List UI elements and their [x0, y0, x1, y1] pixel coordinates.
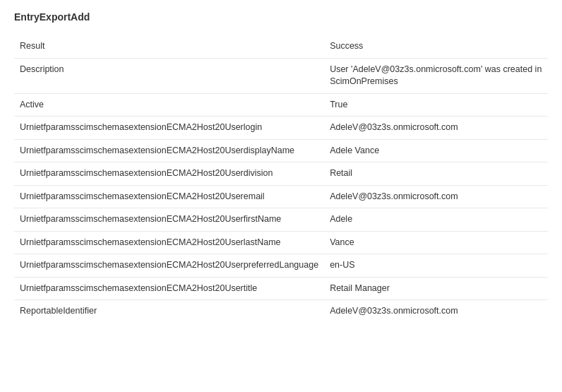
row-label: UrnietfparamsscimschemasextensionECMA2Ho… — [14, 277, 324, 300]
table-row: UrnietfparamsscimschemasextensionECMA2Ho… — [14, 185, 548, 208]
row-label: UrnietfparamsscimschemasextensionECMA2Ho… — [14, 231, 324, 254]
row-label: Description — [14, 58, 324, 93]
table-row: ResultSuccess — [14, 35, 548, 58]
row-value: en-US — [324, 254, 548, 278]
row-label: UrnietfparamsscimschemasextensionECMA2Ho… — [14, 208, 324, 232]
row-value: AdeleV@03z3s.onmicrosoft.com — [324, 117, 548, 140]
row-label: ReportableIdentifier — [14, 300, 324, 323]
table-row: UrnietfparamsscimschemasextensionECMA2Ho… — [14, 254, 548, 278]
row-label: Result — [14, 35, 324, 58]
row-value: AdeleV@03z3s.onmicrosoft.com — [324, 300, 548, 323]
row-label: UrnietfparamsscimschemasextensionECMA2Ho… — [14, 254, 324, 278]
entry-table: ResultSuccessDescriptionUser 'AdeleV@03z… — [14, 35, 548, 323]
table-row: DescriptionUser 'AdeleV@03z3s.onmicrosof… — [14, 58, 548, 93]
table-row: UrnietfparamsscimschemasextensionECMA2Ho… — [14, 139, 548, 162]
row-value: Retail — [324, 162, 548, 186]
table-row: ReportableIdentifierAdeleV@03z3s.onmicro… — [14, 300, 548, 323]
row-value: Vance — [324, 231, 548, 254]
row-label: UrnietfparamsscimschemasextensionECMA2Ho… — [14, 139, 324, 162]
page-title: EntryExportAdd — [14, 11, 548, 23]
table-row: UrnietfparamsscimschemasextensionECMA2Ho… — [14, 277, 548, 300]
row-value: True — [324, 93, 548, 117]
table-row: ActiveTrue — [14, 93, 548, 117]
row-value: Adele — [324, 208, 548, 232]
row-label: Active — [14, 93, 324, 117]
row-value: Success — [324, 35, 548, 58]
table-row: UrnietfparamsscimschemasextensionECMA2Ho… — [14, 208, 548, 232]
row-label: UrnietfparamsscimschemasextensionECMA2Ho… — [14, 117, 324, 140]
row-label: UrnietfparamsscimschemasextensionECMA2Ho… — [14, 162, 324, 186]
row-value: User 'AdeleV@03z3s.onmicrosoft.com' was … — [324, 58, 548, 93]
table-row: UrnietfparamsscimschemasextensionECMA2Ho… — [14, 231, 548, 254]
row-value: AdeleV@03z3s.onmicrosoft.com — [324, 185, 548, 208]
row-label: UrnietfparamsscimschemasextensionECMA2Ho… — [14, 185, 324, 208]
row-value: Adele Vance — [324, 139, 548, 162]
table-row: UrnietfparamsscimschemasextensionECMA2Ho… — [14, 117, 548, 140]
table-row: UrnietfparamsscimschemasextensionECMA2Ho… — [14, 162, 548, 186]
row-value: Retail Manager — [324, 277, 548, 300]
